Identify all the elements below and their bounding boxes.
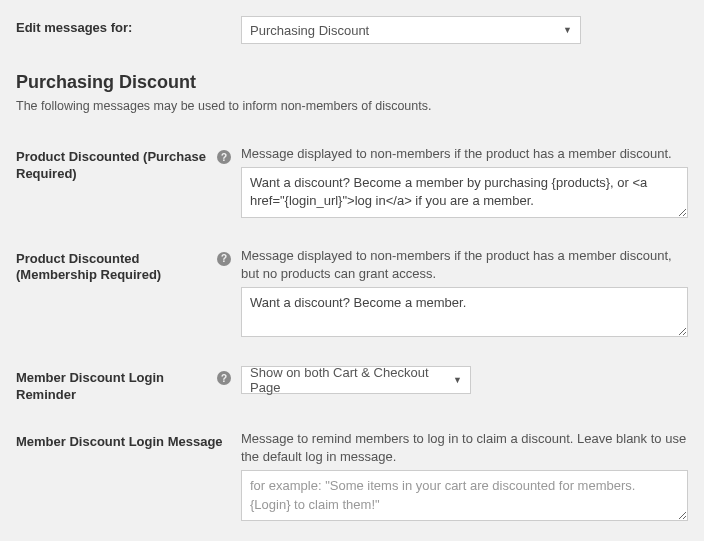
login-message-label: Member Discount Login Message <box>16 434 241 451</box>
login-reminder-select[interactable]: Show on both Cart & Checkout Page ▼ <box>241 366 471 394</box>
product-discounted-membership-desc: Message displayed to non-members if the … <box>241 247 688 283</box>
login-message-textarea[interactable] <box>241 470 688 520</box>
field-login-message: Member Discount Login Message Message to… <box>16 430 688 524</box>
edit-messages-for-selected: Purchasing Discount <box>250 23 369 38</box>
help-icon[interactable]: ? <box>217 371 231 385</box>
help-icon[interactable]: ? <box>217 252 231 266</box>
section-subtext: The following messages may be used to in… <box>16 99 688 113</box>
product-discounted-purchase-textarea[interactable] <box>241 167 688 217</box>
product-discounted-purchase-label: Product Discounted (Purchase Required) <box>16 149 211 183</box>
product-discounted-membership-label: Product Discounted (Membership Required) <box>16 251 211 285</box>
edit-messages-for-row: Edit messages for: Purchasing Discount ▼ <box>16 16 688 44</box>
field-product-discounted-membership: Product Discounted (Membership Required)… <box>16 247 688 341</box>
section-heading: Purchasing Discount <box>16 72 688 93</box>
field-login-reminder: Member Discount Login Reminder ? Show on… <box>16 366 688 404</box>
login-message-desc: Message to remind members to log in to c… <box>241 430 688 466</box>
help-icon[interactable]: ? <box>217 150 231 164</box>
chevron-down-icon: ▼ <box>453 375 462 385</box>
product-discounted-purchase-desc: Message displayed to non-members if the … <box>241 145 688 163</box>
edit-messages-for-select[interactable]: Purchasing Discount ▼ <box>241 16 581 44</box>
product-discounted-membership-textarea[interactable] <box>241 287 688 337</box>
chevron-down-icon: ▼ <box>563 25 572 35</box>
edit-messages-for-label: Edit messages for: <box>16 20 241 37</box>
field-product-discounted-purchase: Product Discounted (Purchase Required) ?… <box>16 145 688 221</box>
login-reminder-selected: Show on both Cart & Checkout Page <box>250 365 462 395</box>
login-reminder-label: Member Discount Login Reminder <box>16 370 211 404</box>
